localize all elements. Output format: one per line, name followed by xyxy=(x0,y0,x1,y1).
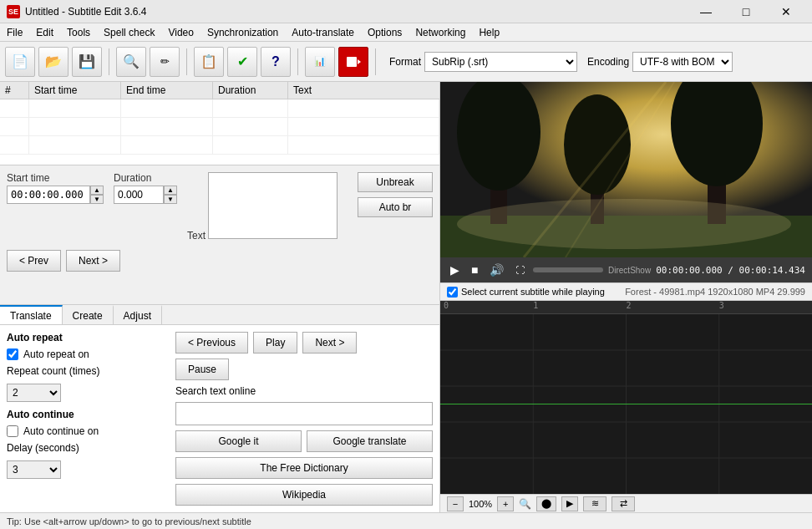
encoding-select[interactable]: UTF-8 with BOM UTF-8 UTF-16 ANSI xyxy=(632,52,733,72)
previous-button[interactable]: < Previous xyxy=(175,332,248,354)
menubar: File Edit Tools Spell check Video Synchr… xyxy=(0,23,812,42)
zoom-in-button[interactable]: + xyxy=(497,496,514,511)
waveform-mode-button[interactable]: ≋ xyxy=(583,496,606,511)
delay-select[interactable]: 31245 xyxy=(7,460,61,479)
tab-translate[interactable]: Translate xyxy=(0,305,63,324)
menu-edit[interactable]: Edit xyxy=(29,25,60,40)
select-subtitle-checkbox[interactable] xyxy=(447,287,458,298)
auto-repeat-title: Auto repeat xyxy=(7,332,165,343)
statusbar: Tip: Use <alt+arrow up/down> to go to pr… xyxy=(0,512,812,529)
duration-spinner: ▲ ▼ xyxy=(164,186,177,204)
replace-button[interactable]: ✏ xyxy=(150,47,180,77)
zoom-out-button[interactable]: − xyxy=(447,496,464,511)
close-button[interactable]: ✕ xyxy=(767,0,805,23)
status-tip: Tip: Use <alt+arrow up/down> to go to pr… xyxy=(7,516,251,526)
grid-body xyxy=(0,99,439,165)
wikipedia-button[interactable]: Wikipedia xyxy=(175,484,433,506)
col-start: Start time xyxy=(29,82,121,99)
menu-help[interactable]: Help xyxy=(472,25,506,40)
minimize-button[interactable]: — xyxy=(687,0,725,23)
fullscreen-button[interactable]: ⛶ xyxy=(512,263,528,277)
maximize-button[interactable]: □ xyxy=(727,0,765,23)
separator-1 xyxy=(109,48,109,75)
search-label-row: Search text online xyxy=(175,385,433,397)
free-dictionary-button[interactable]: The Free Dictionary xyxy=(175,457,433,479)
open-button[interactable]: 📂 xyxy=(38,47,69,77)
stop-video-button[interactable]: ■ xyxy=(468,262,481,278)
auto-repeat-checkbox[interactable] xyxy=(7,348,18,360)
video-button[interactable] xyxy=(338,47,368,77)
video-time: 00:00:00.000 / 00:00:14.434 xyxy=(656,265,805,276)
menu-file[interactable]: File xyxy=(0,25,29,40)
main-layout: # Start time End time Duration Text Star… xyxy=(0,82,812,512)
text-group: Text xyxy=(187,172,348,242)
menu-synchronization[interactable]: Synchronization xyxy=(200,25,285,40)
start-time-input[interactable] xyxy=(7,186,90,204)
translate-right: < Previous Play Next > Pause Search text… xyxy=(175,332,433,506)
start-time-down[interactable]: ▼ xyxy=(90,195,104,204)
menu-networking[interactable]: Networking xyxy=(409,25,472,40)
zoom-play-button[interactable]: ▶ xyxy=(561,496,578,511)
table-row[interactable] xyxy=(0,99,439,118)
play-video-button[interactable]: ▶ xyxy=(447,262,463,278)
tab-section: Translate Create Adjust Auto repeat Auto… xyxy=(0,304,439,512)
google-translate-button[interactable]: Google translate xyxy=(307,430,433,452)
directshow-label: DirectShow xyxy=(608,266,651,275)
col-dur: Duration xyxy=(213,82,288,99)
spell-button[interactable]: ✔ xyxy=(227,47,257,77)
auto-continue-title: Auto continue xyxy=(7,409,165,420)
fix-button[interactable]: 📋 xyxy=(194,47,224,77)
save-button[interactable]: 💾 xyxy=(72,47,102,77)
help-button[interactable]: ? xyxy=(261,47,291,77)
next-button[interactable]: Next > xyxy=(66,250,120,272)
tab-create[interactable]: Create xyxy=(63,305,114,324)
table-row[interactable] xyxy=(0,136,439,155)
next-button-translate[interactable]: Next > xyxy=(302,332,357,354)
video-image xyxy=(440,82,812,257)
waveform-zoom-button[interactable]: ⇄ xyxy=(612,496,635,511)
menu-spellcheck[interactable]: Spell check xyxy=(97,25,161,40)
duration-group: Duration ▲ ▼ xyxy=(114,172,177,204)
text-label: Text xyxy=(187,230,206,242)
start-time-box: ▲ ▼ xyxy=(7,186,104,204)
duration-up[interactable]: ▲ xyxy=(164,186,177,195)
subtitle-grid: # Start time End time Duration Text xyxy=(0,82,439,165)
titlebar-left: SE Untitled - Subtitle Edit 3.6.4 xyxy=(7,5,146,18)
prev-button[interactable]: < Prev xyxy=(7,250,61,272)
tab-adjust[interactable]: Adjust xyxy=(114,305,162,324)
start-time-up[interactable]: ▲ xyxy=(90,186,104,195)
progress-bar[interactable] xyxy=(533,267,603,272)
auto-continue-checkbox[interactable] xyxy=(7,425,18,437)
repeat-count-select[interactable]: 21345 xyxy=(7,384,61,402)
waveform-button[interactable]: 📊 xyxy=(305,47,335,77)
delay-row: Delay (seconds) xyxy=(7,442,165,454)
menu-options[interactable]: Options xyxy=(361,25,409,40)
menu-tools[interactable]: Tools xyxy=(60,25,97,40)
auto-br-button[interactable]: Auto br xyxy=(358,197,433,217)
svg-point-7 xyxy=(564,94,631,195)
unbreak-button[interactable]: Unbreak xyxy=(358,172,433,192)
repeat-count-label: Repeat count (times) xyxy=(7,365,99,377)
tab-bar: Translate Create Adjust xyxy=(0,305,439,325)
format-select[interactable]: SubRip (.srt) MicroDVD Advanced Sub Stat… xyxy=(424,52,577,72)
play-button[interactable]: Play xyxy=(253,332,297,354)
auto-continue-section: Auto continue Auto continue on Delay (se… xyxy=(7,409,165,479)
google-it-button[interactable]: Google it xyxy=(175,430,302,452)
menu-video[interactable]: Video xyxy=(161,25,200,40)
zoom-fit-button[interactable]: ⬤ xyxy=(536,496,556,511)
svg-point-12 xyxy=(457,199,791,249)
text-textarea[interactable] xyxy=(208,172,337,239)
menu-autotranslate[interactable]: Auto-translate xyxy=(285,25,361,40)
edit-area: Start time ▲ ▼ Duration ▲ xyxy=(0,165,439,304)
duration-down[interactable]: ▼ xyxy=(164,195,177,204)
mute-button[interactable]: 🔊 xyxy=(486,262,507,278)
waveform-ruler: 0 1 2 3 xyxy=(440,301,812,314)
pause-button[interactable]: Pause xyxy=(175,359,229,380)
new-button[interactable]: 📄 xyxy=(5,47,35,77)
start-time-group: Start time ▲ ▼ xyxy=(7,172,104,204)
find-button[interactable]: 🔍 xyxy=(116,47,146,77)
duration-input[interactable] xyxy=(114,186,164,204)
table-row[interactable] xyxy=(0,118,439,136)
search-text-input[interactable] xyxy=(175,402,433,425)
translate-tab-content: Auto repeat Auto repeat on Repeat count … xyxy=(0,325,439,512)
